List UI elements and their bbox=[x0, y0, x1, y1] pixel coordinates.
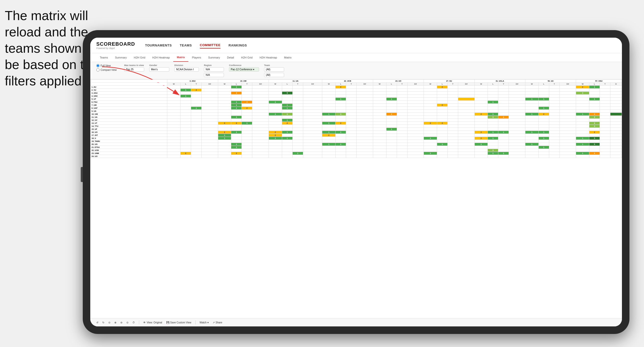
matrix-cell bbox=[474, 146, 488, 149]
matrix-cell: 22 bbox=[252, 122, 269, 125]
compact-view-radio[interactable] bbox=[96, 68, 100, 72]
subnav-summary1[interactable]: Summary bbox=[111, 53, 130, 62]
redo-btn[interactable]: ↻ bbox=[102, 321, 104, 324]
matrix-cell bbox=[181, 143, 191, 146]
matrix-cell bbox=[322, 98, 336, 101]
matrix-cell bbox=[282, 155, 292, 158]
subnav-players[interactable]: Players bbox=[188, 53, 205, 62]
gender-select[interactable]: Men's bbox=[149, 67, 169, 72]
subnav-detail[interactable]: Detail bbox=[223, 53, 237, 62]
matrix-cell: 1 bbox=[589, 98, 600, 101]
side-button[interactable] bbox=[81, 167, 83, 182]
matrix-cell: 1 bbox=[282, 131, 292, 134]
matrix-cell bbox=[373, 137, 386, 140]
subnav-h2hheatmap1[interactable]: H2H Heatmap bbox=[149, 53, 173, 62]
matrix-cell bbox=[167, 98, 181, 101]
reset-btn[interactable]: ⊙ bbox=[126, 321, 128, 324]
subnav-teams[interactable]: Teams bbox=[96, 53, 111, 62]
nav-rankings[interactable]: RANKINGS bbox=[228, 42, 247, 48]
matrix-cell bbox=[218, 155, 231, 158]
matrix-cell bbox=[322, 92, 336, 95]
refresh-btn[interactable]: ⊙ bbox=[108, 321, 110, 324]
matrix-cell: 1 bbox=[231, 86, 242, 89]
matrix-cell bbox=[373, 116, 386, 119]
nav-teams[interactable]: TEAMS bbox=[180, 42, 192, 48]
share-btn[interactable]: ↗ Share bbox=[213, 321, 222, 324]
matrix-cell bbox=[488, 104, 498, 107]
subnav-summary2[interactable]: Summary bbox=[205, 53, 223, 62]
nav-tournaments[interactable]: TOURNAMENTS bbox=[145, 42, 172, 48]
matrix-cell bbox=[322, 155, 336, 158]
matrix-cell: 1 bbox=[525, 98, 538, 101]
full-view-radio[interactable] bbox=[96, 64, 100, 67]
save-custom-btn[interactable]: 💾 Save Custom View bbox=[166, 321, 191, 324]
matrix-cell bbox=[231, 119, 242, 122]
subnav-h2hheatmap2[interactable]: H2H Heatmap bbox=[256, 53, 281, 62]
matrix-cell bbox=[437, 89, 448, 92]
matrix-cell: 40 bbox=[357, 143, 373, 146]
team-select1[interactable]: (All) bbox=[264, 67, 284, 72]
matrix-cell bbox=[610, 95, 622, 98]
team-select2[interactable]: (All) bbox=[264, 73, 284, 77]
matrix-cell: 1 bbox=[269, 137, 282, 140]
matrix-cell: 22 bbox=[303, 98, 322, 101]
zoom-out-btn[interactable]: ⊖ bbox=[120, 321, 122, 324]
region-select2[interactable]: N/A bbox=[204, 73, 224, 77]
matrix-cell bbox=[447, 140, 458, 143]
sh-uw-dif: Dif bbox=[252, 83, 269, 86]
matrix-cell: 32 bbox=[357, 113, 373, 116]
subnav-matrix2[interactable]: Matrix bbox=[281, 53, 295, 62]
tablet-frame: SCOREBOARD Powered by clippd TOURNAMENTS… bbox=[83, 30, 629, 334]
matrix-cell bbox=[282, 146, 292, 149]
sh-ua-t: T bbox=[292, 83, 303, 86]
view-original-btn[interactable]: 👁 View: Original bbox=[143, 321, 162, 324]
matrix-cell bbox=[397, 119, 407, 122]
matrix-cell bbox=[292, 98, 303, 101]
row-label: 17. GIT bbox=[91, 134, 167, 137]
nav-committee[interactable]: COMMITTEE bbox=[200, 42, 221, 48]
matrix-cell bbox=[303, 155, 322, 158]
matrix-cell bbox=[488, 107, 498, 110]
matrix-cell bbox=[336, 149, 346, 152]
matrix-cell bbox=[424, 89, 437, 92]
subnav-h2hgrid2[interactable]: H2H Grid bbox=[237, 53, 256, 62]
full-view-option[interactable]: Full View bbox=[96, 64, 117, 67]
matrix-cell bbox=[191, 98, 202, 101]
col-header-uw: 10. UW bbox=[218, 80, 269, 83]
sh-ucb-t: T bbox=[346, 83, 357, 86]
matrix-cell: 1 bbox=[525, 143, 538, 146]
matrix-cell bbox=[447, 104, 458, 107]
matrix-area[interactable]: 3. ASU 10. UW 11. UA 22. UCB 24. UO 27. … bbox=[90, 79, 622, 318]
matrix-cell: 2 bbox=[437, 122, 448, 125]
matrix-cell bbox=[549, 155, 559, 158]
max-teams-select[interactable]: Top 25 bbox=[124, 67, 144, 72]
matrix-cell: 1 bbox=[488, 137, 498, 140]
matrix-cell: 21 bbox=[201, 152, 218, 155]
matrix-cell bbox=[610, 116, 622, 119]
matrix-cell bbox=[218, 152, 231, 155]
division-select[interactable]: NCAA Division I bbox=[174, 67, 199, 72]
matrix-cell bbox=[589, 110, 600, 113]
compact-view-option[interactable]: Compact View bbox=[96, 68, 117, 72]
region-select1[interactable]: N/A bbox=[204, 67, 224, 72]
matrix-cell bbox=[549, 152, 559, 155]
matrix-cell bbox=[600, 131, 610, 134]
matrix-cell bbox=[576, 95, 589, 98]
timer-btn[interactable]: ⏱ bbox=[132, 321, 135, 324]
watch-btn[interactable]: Watch ▾ bbox=[200, 321, 209, 324]
col-header-uo: 24. UO bbox=[373, 80, 424, 83]
matrix-cell bbox=[474, 116, 488, 119]
subnav-matrix1[interactable]: Matrix bbox=[173, 53, 188, 62]
conference-select[interactable]: Pac-12 Conference ▾ bbox=[229, 67, 259, 72]
matrix-cell bbox=[407, 101, 424, 104]
zoom-in-btn[interactable]: ⊕ bbox=[114, 321, 116, 324]
matrix-cell: 1 bbox=[231, 146, 242, 149]
matrix-cell bbox=[397, 98, 407, 101]
undo-btn[interactable]: ↺ bbox=[96, 321, 98, 324]
subnav-h2hgrid1[interactable]: H2H Grid bbox=[130, 53, 149, 62]
matrix-cell bbox=[576, 107, 589, 110]
table-row: 8. UAF11412115111 bbox=[91, 107, 622, 110]
matrix-cell bbox=[498, 134, 509, 137]
matrix-cell bbox=[458, 146, 474, 149]
matrix-cell: 2 bbox=[589, 131, 600, 134]
